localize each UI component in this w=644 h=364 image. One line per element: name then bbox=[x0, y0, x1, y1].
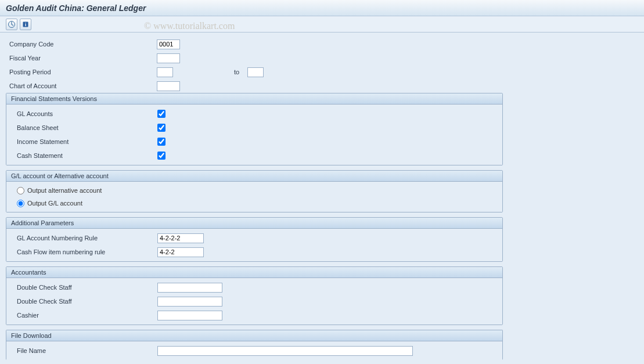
accountants-group: Accountants Double Check Staff Double Ch… bbox=[6, 266, 503, 325]
fsv-group: Financial Statements Versions GL Account… bbox=[6, 93, 503, 165]
file-title: File Download bbox=[6, 330, 502, 341]
file-name-label: File Name bbox=[6, 347, 157, 354]
output-alternative-row: Output alternative account bbox=[6, 184, 502, 197]
file-name-field[interactable] bbox=[157, 346, 413, 356]
posting-period-to-field[interactable] bbox=[247, 67, 264, 77]
cf-rule-label: Cash Flow item numbering rule bbox=[6, 248, 157, 255]
posting-period-from-field[interactable] bbox=[157, 67, 173, 77]
gl-rule-row: GL Account Numbering Rule bbox=[6, 231, 502, 245]
double-check-2-label: Double Check Staff bbox=[6, 298, 157, 305]
cashier-row: Cashier bbox=[6, 308, 502, 322]
chart-of-account-label: Chart of Account bbox=[6, 82, 157, 89]
output-alternative-radio[interactable] bbox=[17, 187, 24, 194]
execute-icon bbox=[8, 20, 16, 28]
additional-title: Additional Parameters bbox=[6, 218, 502, 229]
income-statement-row: Income Statement bbox=[6, 135, 502, 149]
output-gl-row: Output G/L account bbox=[6, 197, 502, 210]
company-code-row: Company Code bbox=[6, 37, 638, 51]
double-check-1-field[interactable] bbox=[157, 283, 222, 293]
chart-of-account-field[interactable] bbox=[157, 81, 180, 91]
file-group: File Download File Name bbox=[6, 330, 503, 360]
income-statement-checkbox[interactable] bbox=[157, 138, 166, 146]
double-check-2-field[interactable] bbox=[157, 297, 222, 307]
double-check-2-row: Double Check Staff bbox=[6, 294, 502, 308]
fiscal-year-label: Fiscal Year bbox=[6, 55, 157, 62]
cashier-label: Cashier bbox=[6, 312, 157, 319]
cash-statement-checkbox[interactable] bbox=[157, 152, 166, 160]
balance-sheet-label: Balance Sheet bbox=[6, 124, 157, 131]
window-titlebar: Golden Audit China: General Ledger bbox=[0, 0, 644, 16]
cf-rule-field[interactable] bbox=[157, 247, 204, 257]
fiscal-year-row: Fiscal Year bbox=[6, 51, 638, 65]
company-code-label: Company Code bbox=[6, 41, 157, 48]
posting-period-to-label: to bbox=[234, 69, 239, 75]
cashier-field[interactable] bbox=[157, 311, 222, 320]
gl-accounts-label: GL Accounts bbox=[6, 110, 157, 117]
account-output-title: G/L account or Alternative account bbox=[6, 171, 502, 182]
additional-group: Additional Parameters GL Account Numberi… bbox=[6, 217, 503, 262]
fsv-group-title: Financial Statements Versions bbox=[6, 93, 502, 104]
output-alternative-label: Output alternative account bbox=[27, 187, 102, 194]
gl-accounts-row: GL Accounts bbox=[6, 107, 502, 121]
output-gl-label: Output G/L account bbox=[27, 200, 82, 207]
cf-rule-row: Cash Flow item numbering rule bbox=[6, 245, 502, 259]
cash-statement-row: Cash Statement bbox=[6, 149, 502, 163]
double-check-1-label: Double Check Staff bbox=[6, 284, 157, 291]
posting-period-row: Posting Period to bbox=[6, 65, 638, 79]
toolbar: i bbox=[0, 16, 644, 33]
info-button[interactable]: i bbox=[20, 19, 31, 30]
file-name-row: File Name bbox=[6, 344, 502, 358]
fiscal-year-field[interactable] bbox=[157, 53, 180, 63]
info-icon: i bbox=[21, 20, 30, 28]
double-check-1-row: Double Check Staff bbox=[6, 280, 502, 294]
chart-of-account-row: Chart of Account bbox=[6, 79, 638, 93]
page-title: Golden Audit China: General Ledger bbox=[6, 3, 638, 13]
accountants-title: Accountants bbox=[6, 267, 502, 278]
execute-button[interactable] bbox=[6, 19, 17, 30]
output-gl-radio[interactable] bbox=[17, 200, 24, 207]
gl-rule-label: GL Account Numbering Rule bbox=[6, 235, 157, 242]
account-output-group: G/L account or Alternative account Outpu… bbox=[6, 170, 503, 212]
income-statement-label: Income Statement bbox=[6, 138, 157, 145]
gl-accounts-checkbox[interactable] bbox=[157, 110, 166, 118]
balance-sheet-checkbox[interactable] bbox=[157, 124, 166, 132]
company-code-field[interactable] bbox=[157, 39, 180, 49]
cash-statement-label: Cash Statement bbox=[6, 152, 157, 159]
balance-sheet-row: Balance Sheet bbox=[6, 121, 502, 135]
posting-period-label: Posting Period bbox=[6, 69, 157, 75]
gl-rule-field[interactable] bbox=[157, 233, 204, 243]
form-area: Company Code Fiscal Year Posting Period … bbox=[0, 33, 644, 364]
